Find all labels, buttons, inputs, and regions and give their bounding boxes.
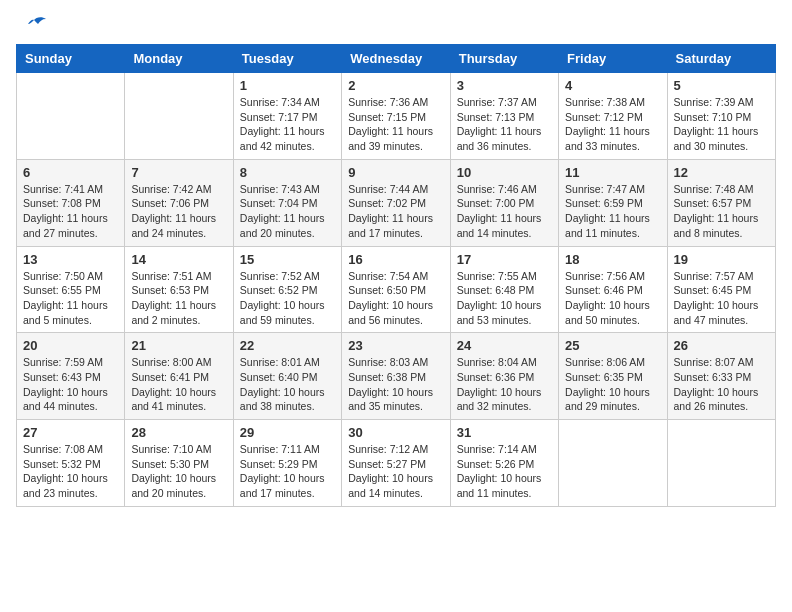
- day-info: Sunrise: 7:44 AMSunset: 7:02 PMDaylight:…: [348, 183, 433, 239]
- day-number: 16: [348, 252, 443, 267]
- day-info: Sunrise: 7:47 AMSunset: 6:59 PMDaylight:…: [565, 183, 650, 239]
- day-info: Sunrise: 8:04 AMSunset: 6:36 PMDaylight:…: [457, 356, 542, 412]
- day-number: 31: [457, 425, 552, 440]
- day-number: 6: [23, 165, 118, 180]
- day-info: Sunrise: 7:11 AMSunset: 5:29 PMDaylight:…: [240, 443, 325, 499]
- page-header: [16, 16, 776, 34]
- day-number: 4: [565, 78, 660, 93]
- day-number: 29: [240, 425, 335, 440]
- day-info: Sunrise: 7:52 AMSunset: 6:52 PMDaylight:…: [240, 270, 325, 326]
- day-info: Sunrise: 7:48 AMSunset: 6:57 PMDaylight:…: [674, 183, 759, 239]
- calendar-cell: 14Sunrise: 7:51 AMSunset: 6:53 PMDayligh…: [125, 246, 233, 333]
- day-info: Sunrise: 7:55 AMSunset: 6:48 PMDaylight:…: [457, 270, 542, 326]
- day-number: 23: [348, 338, 443, 353]
- day-number: 7: [131, 165, 226, 180]
- calendar-cell: 25Sunrise: 8:06 AMSunset: 6:35 PMDayligh…: [559, 333, 667, 420]
- calendar-cell: 31Sunrise: 7:14 AMSunset: 5:26 PMDayligh…: [450, 420, 558, 507]
- day-number: 1: [240, 78, 335, 93]
- day-info: Sunrise: 7:59 AMSunset: 6:43 PMDaylight:…: [23, 356, 108, 412]
- calendar-cell: 8Sunrise: 7:43 AMSunset: 7:04 PMDaylight…: [233, 159, 341, 246]
- day-number: 19: [674, 252, 769, 267]
- day-info: Sunrise: 7:39 AMSunset: 7:10 PMDaylight:…: [674, 96, 759, 152]
- calendar-cell: 16Sunrise: 7:54 AMSunset: 6:50 PMDayligh…: [342, 246, 450, 333]
- day-header: Sunday: [17, 45, 125, 73]
- day-info: Sunrise: 7:37 AMSunset: 7:13 PMDaylight:…: [457, 96, 542, 152]
- day-header: Thursday: [450, 45, 558, 73]
- calendar-table: SundayMondayTuesdayWednesdayThursdayFrid…: [16, 44, 776, 507]
- day-info: Sunrise: 8:01 AMSunset: 6:40 PMDaylight:…: [240, 356, 325, 412]
- calendar-cell: 1Sunrise: 7:34 AMSunset: 7:17 PMDaylight…: [233, 73, 341, 160]
- day-info: Sunrise: 8:00 AMSunset: 6:41 PMDaylight:…: [131, 356, 216, 412]
- calendar-cell: [559, 420, 667, 507]
- calendar-cell: 4Sunrise: 7:38 AMSunset: 7:12 PMDaylight…: [559, 73, 667, 160]
- day-number: 24: [457, 338, 552, 353]
- day-number: 13: [23, 252, 118, 267]
- calendar-cell: 3Sunrise: 7:37 AMSunset: 7:13 PMDaylight…: [450, 73, 558, 160]
- day-header: Saturday: [667, 45, 775, 73]
- day-info: Sunrise: 7:57 AMSunset: 6:45 PMDaylight:…: [674, 270, 759, 326]
- day-info: Sunrise: 7:38 AMSunset: 7:12 PMDaylight:…: [565, 96, 650, 152]
- day-number: 3: [457, 78, 552, 93]
- day-number: 22: [240, 338, 335, 353]
- calendar-cell: 29Sunrise: 7:11 AMSunset: 5:29 PMDayligh…: [233, 420, 341, 507]
- day-info: Sunrise: 7:46 AMSunset: 7:00 PMDaylight:…: [457, 183, 542, 239]
- day-header: Friday: [559, 45, 667, 73]
- calendar-cell: 20Sunrise: 7:59 AMSunset: 6:43 PMDayligh…: [17, 333, 125, 420]
- day-info: Sunrise: 7:51 AMSunset: 6:53 PMDaylight:…: [131, 270, 216, 326]
- day-number: 26: [674, 338, 769, 353]
- day-info: Sunrise: 7:10 AMSunset: 5:30 PMDaylight:…: [131, 443, 216, 499]
- day-number: 18: [565, 252, 660, 267]
- day-number: 17: [457, 252, 552, 267]
- calendar-cell: 17Sunrise: 7:55 AMSunset: 6:48 PMDayligh…: [450, 246, 558, 333]
- logo-bird-icon: [20, 16, 48, 38]
- day-number: 11: [565, 165, 660, 180]
- calendar-cell: 2Sunrise: 7:36 AMSunset: 7:15 PMDaylight…: [342, 73, 450, 160]
- day-info: Sunrise: 7:43 AMSunset: 7:04 PMDaylight:…: [240, 183, 325, 239]
- day-number: 10: [457, 165, 552, 180]
- calendar-cell: 9Sunrise: 7:44 AMSunset: 7:02 PMDaylight…: [342, 159, 450, 246]
- day-number: 20: [23, 338, 118, 353]
- calendar-cell: 5Sunrise: 7:39 AMSunset: 7:10 PMDaylight…: [667, 73, 775, 160]
- day-info: Sunrise: 7:34 AMSunset: 7:17 PMDaylight:…: [240, 96, 325, 152]
- day-info: Sunrise: 7:54 AMSunset: 6:50 PMDaylight:…: [348, 270, 433, 326]
- calendar-cell: 30Sunrise: 7:12 AMSunset: 5:27 PMDayligh…: [342, 420, 450, 507]
- day-number: 15: [240, 252, 335, 267]
- calendar-cell: 24Sunrise: 8:04 AMSunset: 6:36 PMDayligh…: [450, 333, 558, 420]
- day-info: Sunrise: 8:07 AMSunset: 6:33 PMDaylight:…: [674, 356, 759, 412]
- day-number: 27: [23, 425, 118, 440]
- calendar-cell: 26Sunrise: 8:07 AMSunset: 6:33 PMDayligh…: [667, 333, 775, 420]
- day-number: 28: [131, 425, 226, 440]
- day-info: Sunrise: 7:12 AMSunset: 5:27 PMDaylight:…: [348, 443, 433, 499]
- day-number: 12: [674, 165, 769, 180]
- day-number: 30: [348, 425, 443, 440]
- day-header: Tuesday: [233, 45, 341, 73]
- calendar-cell: 11Sunrise: 7:47 AMSunset: 6:59 PMDayligh…: [559, 159, 667, 246]
- day-info: Sunrise: 7:08 AMSunset: 5:32 PMDaylight:…: [23, 443, 108, 499]
- day-header: Wednesday: [342, 45, 450, 73]
- day-number: 5: [674, 78, 769, 93]
- calendar-cell: 28Sunrise: 7:10 AMSunset: 5:30 PMDayligh…: [125, 420, 233, 507]
- day-info: Sunrise: 7:41 AMSunset: 7:08 PMDaylight:…: [23, 183, 108, 239]
- calendar-cell: 22Sunrise: 8:01 AMSunset: 6:40 PMDayligh…: [233, 333, 341, 420]
- day-number: 21: [131, 338, 226, 353]
- logo: [16, 16, 48, 34]
- calendar-cell: 21Sunrise: 8:00 AMSunset: 6:41 PMDayligh…: [125, 333, 233, 420]
- calendar-cell: 15Sunrise: 7:52 AMSunset: 6:52 PMDayligh…: [233, 246, 341, 333]
- day-number: 14: [131, 252, 226, 267]
- day-info: Sunrise: 8:06 AMSunset: 6:35 PMDaylight:…: [565, 356, 650, 412]
- calendar-cell: 12Sunrise: 7:48 AMSunset: 6:57 PMDayligh…: [667, 159, 775, 246]
- calendar-cell: [125, 73, 233, 160]
- day-info: Sunrise: 7:42 AMSunset: 7:06 PMDaylight:…: [131, 183, 216, 239]
- day-info: Sunrise: 7:36 AMSunset: 7:15 PMDaylight:…: [348, 96, 433, 152]
- day-info: Sunrise: 8:03 AMSunset: 6:38 PMDaylight:…: [348, 356, 433, 412]
- calendar-cell: [17, 73, 125, 160]
- day-info: Sunrise: 7:14 AMSunset: 5:26 PMDaylight:…: [457, 443, 542, 499]
- calendar-cell: 6Sunrise: 7:41 AMSunset: 7:08 PMDaylight…: [17, 159, 125, 246]
- day-info: Sunrise: 7:56 AMSunset: 6:46 PMDaylight:…: [565, 270, 650, 326]
- day-number: 2: [348, 78, 443, 93]
- calendar-cell: 10Sunrise: 7:46 AMSunset: 7:00 PMDayligh…: [450, 159, 558, 246]
- calendar-cell: 18Sunrise: 7:56 AMSunset: 6:46 PMDayligh…: [559, 246, 667, 333]
- calendar-cell: 19Sunrise: 7:57 AMSunset: 6:45 PMDayligh…: [667, 246, 775, 333]
- calendar-cell: 23Sunrise: 8:03 AMSunset: 6:38 PMDayligh…: [342, 333, 450, 420]
- day-header: Monday: [125, 45, 233, 73]
